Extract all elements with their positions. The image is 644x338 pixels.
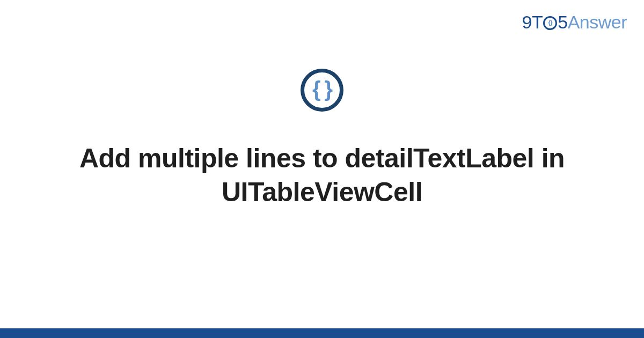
logo-o-inner-braces: {} — [548, 20, 552, 26]
logo-text-9t: 9T — [522, 12, 543, 33]
main-content: { } Add multiple lines to detailTextLabe… — [0, 69, 644, 209]
logo-o-circle: {} — [543, 16, 557, 30]
code-braces-icon: { } — [312, 78, 332, 100]
logo-text-5: 5 — [558, 12, 567, 33]
category-icon-circle: { } — [301, 69, 343, 112]
site-logo: 9T {} 5 Answer — [522, 12, 627, 33]
logo-text-answer: Answer — [568, 12, 627, 33]
page-title: Add multiple lines to detailTextLabel in… — [54, 142, 590, 209]
bottom-accent-bar — [0, 328, 644, 338]
